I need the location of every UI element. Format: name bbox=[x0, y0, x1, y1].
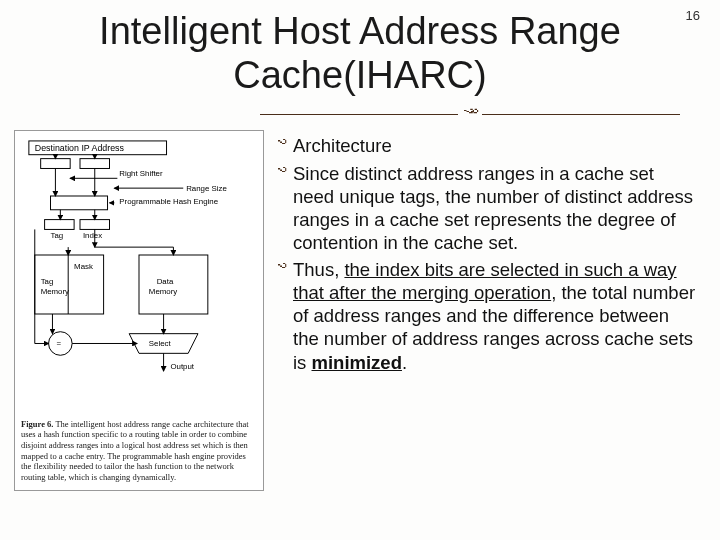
slide-title: Intelligent Host Address Range Cache(IHA… bbox=[0, 0, 720, 97]
svg-rect-1 bbox=[41, 159, 70, 169]
label-data-mem: Data bbox=[157, 278, 174, 287]
label-index: Index bbox=[83, 232, 102, 241]
svg-text:Memory: Memory bbox=[41, 288, 69, 297]
bullet-icon: ࿓ bbox=[278, 258, 287, 374]
label-dest-ip: Destination IP Address bbox=[35, 143, 125, 153]
bullet-list: ࿓ Architecture ࿓ Since distinct address … bbox=[278, 130, 696, 491]
label-range-size: Range Size bbox=[186, 184, 227, 193]
svg-rect-7 bbox=[51, 196, 108, 210]
label-tag: Tag bbox=[51, 232, 64, 241]
content-row: .bx{fill:#fff;stroke:#000;stroke-width:1… bbox=[0, 130, 720, 491]
bullet-icon: ࿓ bbox=[278, 162, 287, 255]
figure-caption: Figure 6. The intelligent host address r… bbox=[21, 419, 257, 483]
svg-rect-12 bbox=[80, 220, 109, 230]
label-mask: Mask bbox=[74, 262, 93, 271]
bullet-text: Architecture bbox=[293, 134, 696, 157]
label-right-shifter: Right Shifter bbox=[119, 170, 163, 179]
label-output: Output bbox=[170, 362, 194, 371]
svg-rect-2 bbox=[80, 159, 109, 169]
svg-text:Memory: Memory bbox=[149, 288, 177, 297]
figure-panel: .bx{fill:#fff;stroke:#000;stroke-width:1… bbox=[14, 130, 264, 491]
bullet-text: Thus, the index bits are selected in suc… bbox=[293, 258, 696, 374]
label-hash-engine: Programmable Hash Engine bbox=[119, 197, 218, 206]
divider-ornament-icon: ࿓࿔ bbox=[458, 103, 482, 126]
list-item: ࿓ Thus, the index bits are selected in s… bbox=[278, 258, 696, 374]
svg-rect-18 bbox=[139, 255, 208, 314]
page-number: 16 bbox=[686, 8, 700, 23]
label-tag-mem: Tag bbox=[41, 278, 54, 287]
svg-rect-11 bbox=[45, 220, 74, 230]
title-divider: ࿓࿔ bbox=[0, 103, 720, 126]
svg-text:=: = bbox=[56, 340, 61, 349]
bullet-text: Since distinct address ranges in a cache… bbox=[293, 162, 696, 255]
bullet-icon: ࿓ bbox=[278, 134, 287, 157]
label-select: Select bbox=[149, 340, 172, 349]
list-item: ࿓ Architecture bbox=[278, 134, 696, 157]
iharc-diagram: .bx{fill:#fff;stroke:#000;stroke-width:1… bbox=[21, 137, 257, 412]
list-item: ࿓ Since distinct address ranges in a cac… bbox=[278, 162, 696, 255]
